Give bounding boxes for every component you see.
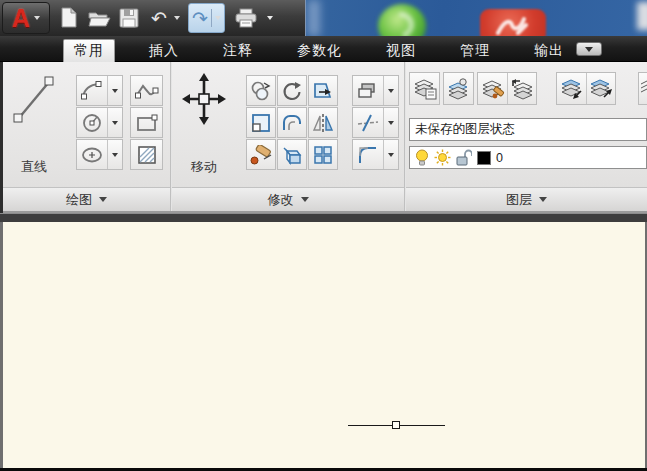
application-menu-button[interactable]: A [2, 2, 50, 34]
layers-panel-footer[interactable]: 图层 [406, 187, 647, 211]
draw-panel-footer[interactable]: 绘图 [3, 187, 170, 211]
undo-button[interactable]: ↶ [144, 4, 174, 32]
draw-order-icon [358, 82, 378, 100]
black-color-swatch[interactable] [477, 151, 491, 165]
redo-icon: ↷ [192, 9, 208, 28]
layer-combobox[interactable]: 0 [409, 146, 647, 169]
logo-dropdown-icon [34, 16, 40, 20]
draw-order-flyout-button[interactable] [352, 75, 399, 106]
draw-panel-expand-icon [99, 197, 107, 202]
make-current-icon [447, 78, 471, 100]
line-icon [11, 72, 57, 126]
qat-customize-button[interactable] [261, 4, 279, 32]
open-folder-icon [87, 8, 111, 28]
quick-access-toolbar: A [0, 0, 306, 36]
array-button[interactable] [308, 139, 338, 170]
layers-panel-title: 图层 [506, 191, 532, 209]
fillet-flyout-button[interactable] [352, 139, 399, 170]
minimize-ribbon-button[interactable] [576, 42, 602, 56]
tab-annotate[interactable]: 注释 [213, 39, 263, 62]
move-button-label: 移动 [191, 158, 217, 176]
rectangle-button[interactable] [130, 107, 163, 138]
redo-button-group[interactable]: ↷ [188, 3, 225, 33]
drawing-canvas[interactable] [0, 222, 647, 468]
explode-button[interactable] [277, 139, 307, 170]
fillet-flyout-arrow[interactable] [383, 140, 398, 169]
modify-panel-footer[interactable]: 修改 [172, 187, 404, 211]
ellipse-flyout-button[interactable] [76, 139, 123, 170]
undo-dropdown-icon[interactable] [174, 16, 180, 20]
layer-match-button[interactable] [478, 73, 507, 104]
circle-flyout-button[interactable] [76, 107, 123, 138]
make-object-layer-current-button[interactable] [443, 72, 474, 105]
chevron-down-icon [585, 47, 593, 52]
tab-manage[interactable]: 管理 [450, 39, 500, 62]
trim-flyout-arrow[interactable] [383, 108, 398, 137]
fillet-icon [358, 145, 378, 165]
scale-button[interactable] [246, 107, 276, 138]
erase-icon [250, 145, 272, 165]
bulb-on-icon[interactable] [415, 149, 429, 166]
explode-icon [281, 145, 303, 165]
midpoint-grip[interactable] [392, 421, 400, 429]
circle-icon [82, 113, 102, 133]
layer-properties-button[interactable] [409, 72, 440, 105]
arc-icon [81, 81, 103, 101]
hatch-button[interactable] [130, 139, 163, 170]
save-button[interactable] [114, 4, 144, 32]
tab-insert-label: 插入 [149, 42, 179, 60]
arc-flyout-arrow[interactable] [107, 76, 122, 105]
arc-flyout-button[interactable] [76, 75, 123, 106]
tab-output[interactable]: 输出 [524, 39, 574, 62]
print-button[interactable] [231, 4, 261, 32]
line-button[interactable]: 直线 [8, 64, 60, 180]
tab-home[interactable]: 常用 [63, 39, 115, 62]
erase-button[interactable] [246, 139, 276, 170]
mirror-icon [312, 113, 334, 133]
ellipse-icon [81, 147, 103, 163]
layer-state-combobox[interactable]: 未保存的图层状态 [409, 118, 647, 141]
trim-flyout-button[interactable] [352, 107, 399, 138]
open-file-button[interactable] [84, 4, 114, 32]
layer-unisolate-button[interactable] [586, 73, 615, 104]
mirror-button[interactable] [308, 107, 338, 138]
trim-icon [357, 114, 379, 132]
copy-button[interactable] [246, 75, 276, 106]
move-button[interactable]: 移动 [178, 64, 230, 180]
array-icon [313, 145, 333, 165]
circle-flyout-arrow[interactable] [107, 108, 122, 137]
modify-panel-expand-icon [301, 197, 309, 202]
tab-parametric[interactable]: 参数化 [287, 39, 352, 62]
draw-order-flyout-arrow[interactable] [383, 76, 398, 105]
sun-icon[interactable] [434, 149, 451, 166]
redo-dropdown-icon[interactable] [215, 16, 221, 20]
titlebar: A [0, 0, 647, 36]
ellipse-flyout-arrow[interactable] [107, 140, 122, 169]
line-button-label: 直线 [21, 158, 47, 176]
layer-properties-icon [413, 78, 437, 100]
tab-view-label: 视图 [386, 42, 416, 60]
autocad-logo-icon: A [12, 5, 30, 31]
rotate-button[interactable] [277, 75, 307, 106]
polyline-button[interactable] [130, 75, 163, 106]
layer-previous-icon [510, 78, 534, 100]
current-layer-name: 0 [496, 151, 503, 165]
polyline-icon [135, 82, 159, 100]
undo-icon: ↶ [151, 9, 167, 28]
tab-output-label: 输出 [534, 42, 564, 60]
offset-icon [281, 114, 303, 132]
layer-isolate-icon [560, 78, 584, 100]
layer-isolate-button[interactable] [557, 73, 586, 104]
layer-previous-button[interactable] [507, 73, 536, 104]
layer-clipped-button[interactable] [638, 72, 647, 105]
desktop-highlight [308, 0, 320, 36]
offset-button[interactable] [277, 107, 307, 138]
stretch-button[interactable] [308, 75, 338, 106]
qat-customize-icon [267, 16, 273, 20]
unlock-icon[interactable] [456, 149, 472, 166]
tab-view[interactable]: 视图 [376, 39, 426, 62]
tab-insert[interactable]: 插入 [139, 39, 189, 62]
redo-separator [211, 9, 212, 27]
new-file-button[interactable] [54, 4, 84, 32]
layer-isolate-group [556, 72, 616, 105]
